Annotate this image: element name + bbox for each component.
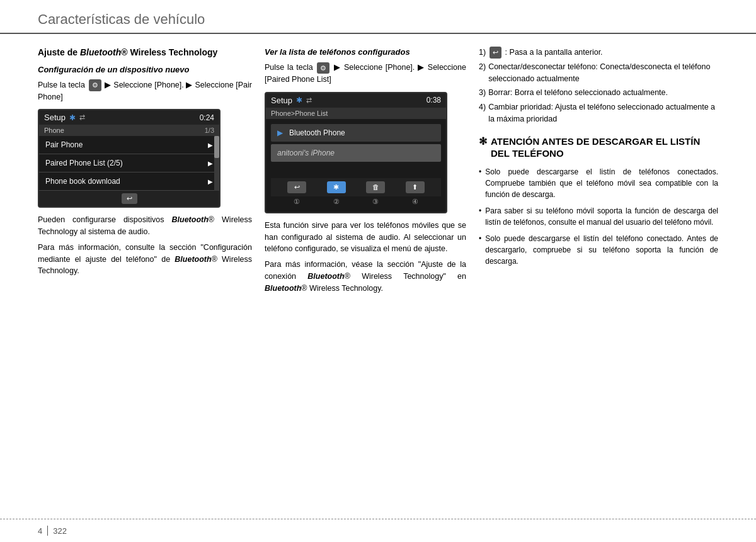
scrollbar xyxy=(214,136,219,191)
left-column: Ajuste de Bluetooth® Wireless Technology… xyxy=(38,47,252,298)
back-icon-inline: ↩ xyxy=(490,47,501,59)
bluetooth-brand: Bluetooth xyxy=(80,47,121,57)
body-text-left-1: Pueden configurarse dispositivos Bluetoo… xyxy=(38,214,252,238)
delete-btn: 🗑 xyxy=(366,181,385,193)
screen1-item-phone-book: Phone book download ▶ xyxy=(39,172,219,191)
main-content: Ajuste de Bluetooth® Wireless Technology… xyxy=(0,34,756,310)
screen2-submenu: Phone>Phone List xyxy=(266,108,446,119)
attention-title: ✻ ATENCIÓN ANTES DE DESCARGAR EL LISTÍN … xyxy=(479,135,718,160)
bullet-item-1: Solo puede descargarse el listín de telé… xyxy=(479,166,718,200)
body-text-left-2: Para más información, consulte la secció… xyxy=(38,242,252,277)
middle-instruction: Pulse la tecla ⚙ ▶ Seleccione [Phone]. ▶… xyxy=(265,62,466,86)
middle-body-1: Esta función sirve para ver los teléfono… xyxy=(265,220,466,255)
list-item-1: 1) ↩ : Pasa a la pantalla anterior. xyxy=(479,47,718,59)
num-1: ① xyxy=(294,198,300,206)
arrow-icon-2: ▶ xyxy=(208,160,213,167)
back-button: ↩ xyxy=(122,193,137,204)
screen1-time: 0:24 xyxy=(200,113,214,122)
middle-section-heading: Ver la lista de teléfonos configurados xyxy=(265,47,466,58)
middle-column: Ver la lista de teléfonos configurados P… xyxy=(265,47,466,298)
section-title-text-1: Ajuste de xyxy=(38,47,80,57)
bluetooth-btn: ✱ xyxy=(327,181,346,193)
screen2-title: Setup xyxy=(271,96,292,105)
page-footer: 4 322 xyxy=(0,519,756,542)
num-2: ② xyxy=(333,198,340,206)
screen1-title: Setup xyxy=(44,113,66,122)
screen1-item-pair-phone: Pair Phone ▶ xyxy=(39,136,219,154)
screen2-bottom-bar: ↩ ✱ 🗑 ⬆ xyxy=(271,178,441,196)
page-header: Características de vehículo xyxy=(0,0,756,34)
right-column: 1) ↩ : Pasa a la pantalla anterior. 2) C… xyxy=(479,47,718,298)
bullet-list: Solo puede descargarse el listín de telé… xyxy=(479,166,718,267)
back-btn: ↩ xyxy=(287,181,306,193)
screen2-arrows-icon: ⇄ xyxy=(306,96,312,104)
screen1-header: Setup ✱ ⇄ 0:24 xyxy=(39,110,219,125)
screen1-footer: ↩ xyxy=(39,191,219,206)
screen2-bluetooth-icon: ✱ xyxy=(296,96,302,104)
section-title-text-2: ® Wireless Technology xyxy=(121,47,217,57)
num-label-1: 1) xyxy=(479,47,486,59)
star-symbol: ✻ xyxy=(479,135,487,149)
bullet-item-2: Para saber si su teléfono móvil soporta … xyxy=(479,205,718,228)
setup-screen-2: Setup ✱ ⇄ 0:38 Phone>Phone List ▶ Blueto… xyxy=(265,92,447,213)
arrow-icon-3: ▶ xyxy=(208,178,213,185)
gear-button-icon: ⚙ xyxy=(89,79,101,91)
footer-divider xyxy=(47,526,48,536)
list-item-3: 3) Borrar: Borra el teléfono seleccionad… xyxy=(479,87,718,99)
arrow-icon-1: ▶ xyxy=(208,142,213,149)
list-item-2: 2) Conectar/desconectar teléfono: Conect… xyxy=(479,61,718,85)
num-label-3: 3) xyxy=(479,87,486,99)
num-4: ④ xyxy=(412,198,418,206)
attention-box: ✻ ATENCIÓN ANTES DE DESCARGAR EL LISTÍN … xyxy=(479,135,718,267)
footer-page-ref: 322 xyxy=(53,526,67,536)
screen2-time: 0:38 xyxy=(427,96,441,104)
list-item-4: 4) Cambiar prioridad: Ajusta el teléfono… xyxy=(479,101,718,125)
screen2-phone-row: anitooni's iPhone xyxy=(271,144,441,162)
middle-body-2: Para más información, véase la sección "… xyxy=(265,259,466,294)
screen1-bluetooth-icon: ✱ xyxy=(69,113,76,122)
screen1-arrows-icon: ⇄ xyxy=(79,113,85,121)
screen2-content: ▶ Bluetooth Phone anitooni's iPhone ↩ ✱ … xyxy=(266,119,446,212)
num-label-2: 2) xyxy=(479,61,486,85)
screen2-bluetooth-row: ▶ Bluetooth Phone xyxy=(271,124,441,142)
subsection-title: Configuración de un dispositivo nuevo xyxy=(38,64,252,76)
section-title-bluetooth: Ajuste de Bluetooth® Wireless Technology xyxy=(38,47,252,59)
num-label-4: 4) xyxy=(479,101,486,125)
instruction-text-left: Pulse la tecla ⚙ ▶ Seleccione [Phone]. ▶… xyxy=(38,79,252,103)
bullet-item-3: Solo puede descargarse el listín del tel… xyxy=(479,233,718,267)
scrollbar-thumb xyxy=(214,136,219,158)
page-title: Características de vehículo xyxy=(38,11,205,27)
screen2-numbers: ① ② ③ ④ xyxy=(271,196,441,207)
gear-button-icon-2: ⚙ xyxy=(317,62,329,74)
screen2-empty-area xyxy=(271,162,441,174)
screen1-submenu: Phone 1/3 xyxy=(39,125,219,136)
setup-screen-1: Setup ✱ ⇄ 0:24 Phone 1/3 Pair Phone ▶ Pa… xyxy=(38,109,220,208)
footer-page-num: 4 xyxy=(38,526,42,536)
screen1-items-container: Pair Phone ▶ Paired Phone List (2/5) ▶ P… xyxy=(39,136,219,191)
num-3: ③ xyxy=(372,198,379,206)
play-arrow-icon: ▶ xyxy=(277,128,283,137)
screen1-item-paired-list: Paired Phone List (2/5) ▶ xyxy=(39,154,219,172)
screen2-header: Setup ✱ ⇄ 0:38 xyxy=(266,93,446,108)
numbered-list: 1) ↩ : Pasa a la pantalla anterior. 2) C… xyxy=(479,47,718,125)
priority-btn: ⬆ xyxy=(406,181,425,193)
